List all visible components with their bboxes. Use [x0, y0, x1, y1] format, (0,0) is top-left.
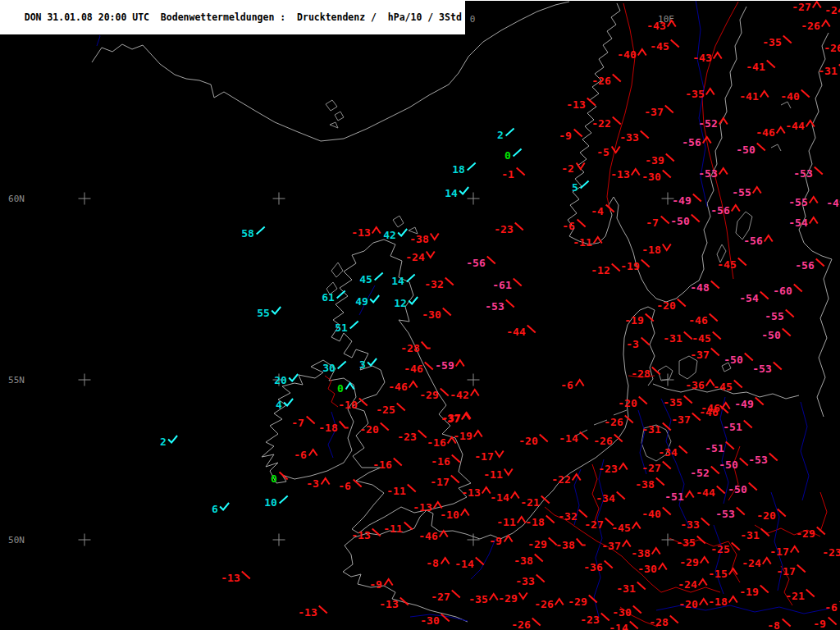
tendency-falling-icon	[578, 509, 589, 518]
station-report: -40	[641, 509, 660, 519]
tendency-falling-icon	[777, 508, 788, 518]
tendency-falling-icon	[450, 474, 461, 484]
station-report: -37	[601, 541, 620, 551]
pressure-tendency-value: -54	[739, 292, 758, 304]
station-report: -32	[558, 512, 577, 522]
tendency-caret-icon	[721, 400, 732, 410]
pressure-tendency-value: -2	[561, 162, 574, 175]
station-report: -18	[318, 423, 337, 433]
pressure-tendency-value: -37	[644, 106, 663, 118]
pressure-tendency-value: -50	[761, 329, 780, 341]
station-report: -40	[780, 92, 799, 102]
tendency-caret-icon	[461, 411, 472, 421]
tendency-caret-icon	[473, 428, 484, 438]
tendency-caret-icon	[806, 118, 816, 128]
pressure-tendency-value: -17	[430, 476, 449, 488]
tendency-falling-icon	[781, 618, 792, 628]
tendency-falling-icon	[755, 396, 765, 406]
station-report: -56	[743, 236, 762, 246]
tendency-caret-icon	[345, 381, 355, 390]
station-report: -17	[769, 547, 788, 557]
station-report: 2	[160, 437, 167, 447]
tendency-caret-icon	[308, 447, 318, 457]
station-report: 5	[572, 183, 578, 193]
pressure-tendency-value: -53	[748, 454, 767, 466]
station-report: -31	[663, 334, 682, 344]
pressure-tendency-value: -45	[650, 40, 669, 52]
station-report: -53	[793, 169, 812, 179]
station-report: 2	[497, 130, 504, 140]
tendency-rising-icon	[579, 180, 590, 189]
tendency-falling-icon	[513, 277, 523, 287]
pressure-tendency-value: -52	[698, 117, 717, 130]
tendency-falling-icon	[637, 581, 647, 591]
pressure-tendency-value: 42	[383, 229, 396, 241]
grid-cross	[662, 534, 674, 546]
grid-cross	[273, 534, 285, 546]
pressure-tendency-value: 0	[504, 149, 511, 162]
station-report: -43	[646, 21, 665, 31]
coastline-baltics	[817, 259, 832, 417]
station-report: -29	[527, 540, 546, 550]
station-report: -53	[485, 302, 504, 312]
station-report: -30	[641, 172, 660, 182]
pressure-tendency-value: -60	[773, 285, 792, 297]
pressure-tendency-value: -53	[752, 363, 771, 375]
pressure-tendency-value: -8	[767, 619, 780, 630]
station-report: -26	[593, 436, 612, 446]
station-report: -6	[560, 381, 573, 390]
pressure-tendency-value: -56	[466, 257, 485, 269]
station-report: -50	[736, 145, 755, 155]
tendency-falling-hook-icon	[576, 537, 587, 547]
pressure-tendency-value: -49	[826, 197, 840, 209]
station-report: -1	[501, 170, 514, 180]
tendency-check-icon	[271, 305, 281, 315]
pressure-tendency-value: -48	[690, 281, 709, 294]
pressure-tendency-value: 3	[359, 358, 366, 371]
station-report: -11	[383, 524, 402, 534]
pressure-tendency-value: -17	[776, 565, 795, 578]
pressure-tendency-value: -11	[496, 516, 515, 528]
tendency-rising-icon	[336, 360, 347, 370]
tendency-falling-icon	[678, 445, 689, 454]
station-report: -21	[520, 498, 539, 508]
pressure-tendency-value: 61	[322, 291, 335, 304]
pressure-tendency-value: -55	[788, 196, 807, 208]
tendency-rising-icon	[336, 290, 346, 299]
river-se-1	[714, 525, 724, 594]
station-report: -15	[708, 569, 727, 579]
pressure-tendency-value: -14	[490, 491, 509, 504]
tendency-falling-icon	[451, 454, 462, 463]
station-report: -6	[824, 603, 838, 613]
tendency-falling-icon	[573, 128, 583, 138]
tendency-falling-icon	[773, 361, 783, 371]
tendency-falling-icon	[716, 485, 727, 495]
station-report: -49	[826, 199, 840, 208]
station-report: -40	[617, 50, 636, 60]
tendency-caret-icon	[702, 135, 713, 144]
station-report: -29	[679, 558, 698, 568]
station-report: -48	[690, 283, 709, 293]
station-report: -50	[670, 217, 689, 226]
station-report: -37	[441, 414, 459, 424]
pressure-tendency-value: -1	[501, 168, 514, 180]
tendency-vee-icon	[426, 249, 436, 259]
pressure-tendency-value: -25	[376, 404, 395, 416]
tendency-falling-icon	[665, 153, 676, 162]
pressure-tendency-value: -16	[431, 455, 450, 468]
pressure-tendency-value: -10	[338, 399, 357, 411]
station-report: -32	[424, 280, 443, 290]
pressure-tendency-value: -9	[489, 535, 502, 547]
station-report: -13	[461, 488, 480, 498]
station-report: -27	[431, 592, 450, 602]
pressure-tendency-value: -40	[780, 90, 799, 103]
tendency-falling-icon	[614, 433, 624, 443]
pressure-tendency-value: -50	[736, 144, 755, 156]
station-report: -10	[338, 400, 357, 410]
station-report: -26	[511, 620, 530, 630]
pressure-tendency-value: -45	[692, 332, 710, 345]
tendency-caret-icon	[752, 185, 763, 194]
tendency-rising-icon	[466, 162, 477, 171]
tendency-falling-icon	[692, 193, 703, 203]
station-report: 61	[322, 293, 335, 303]
